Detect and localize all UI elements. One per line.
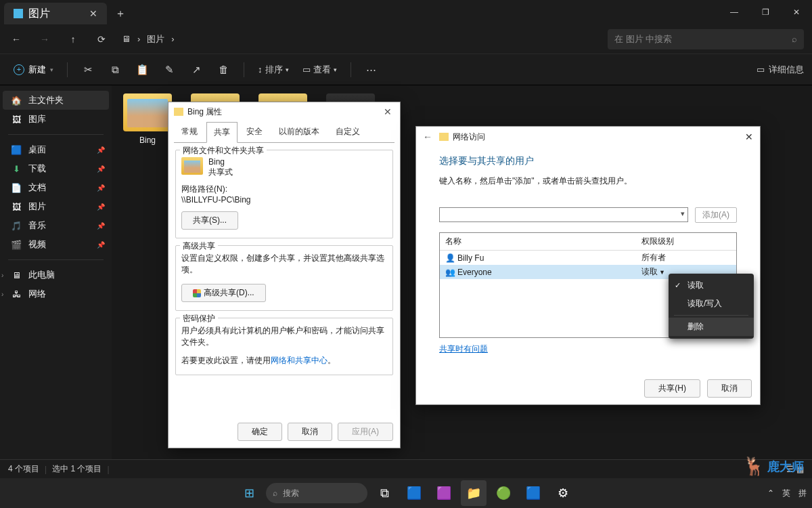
tab-previous[interactable]: 以前的版本 [271, 121, 327, 142]
share-button[interactable]: 共享(S)... [181, 211, 238, 230]
add-button[interactable]: 添加(A) [695, 207, 737, 223]
user-combobox[interactable] [439, 207, 688, 222]
menu-item-remove[interactable]: 删除 [669, 318, 754, 336]
pw-text2: 若要更改此设置，请使用网络和共享中心。 [181, 355, 387, 366]
tray-chevron-icon[interactable]: ⌃ [767, 488, 774, 498]
sidebar-item-videos[interactable]: 🎬视频📌 [0, 235, 112, 254]
pin-icon: 📌 [97, 165, 105, 173]
new-button[interactable]: + 新建 ▾ [8, 61, 59, 79]
group-title: 密码保护 [180, 313, 218, 324]
breadcrumb[interactable]: 🖥 › 图片 › [122, 33, 175, 45]
share-confirm-button[interactable]: 共享(H) [644, 379, 700, 398]
tab-sharing[interactable]: 共享 [206, 122, 238, 143]
folder-icon [439, 133, 449, 141]
tab-pictures[interactable]: 图片 ✕ [4, 3, 107, 24]
dialog-header[interactable]: Bing 属性 ✕ [168, 102, 400, 121]
sidebar-item-music[interactable]: 🎵音乐📌 [0, 216, 112, 235]
pin-icon: 📌 [97, 222, 105, 230]
forward-button[interactable]: → [37, 34, 53, 45]
back-button[interactable]: ← [8, 34, 24, 45]
system-tray[interactable]: ⌃ 英 拼 [767, 488, 807, 499]
taskbar-app[interactable]: 🟪 [431, 480, 457, 506]
tab-customize[interactable]: 自定义 [328, 121, 367, 142]
network-center-link[interactable]: 网络和共享中心 [271, 356, 328, 365]
permission-context-menu: 读取 读取/写入 删除 [669, 274, 754, 339]
maximize-button[interactable]: ❐ [750, 0, 781, 24]
window-close-button[interactable]: ✕ [781, 0, 812, 24]
titlebar: 图片 ✕ ＋ ― ❐ ✕ [0, 0, 812, 24]
path-sep-icon: › [137, 34, 140, 44]
network-access-dialog: ← 网络访问 ✕ 选择要与其共享的用户 键入名称，然后单击"添加"，或者单击箭头… [415, 126, 761, 405]
cancel-button[interactable]: 取消 [288, 423, 332, 441]
ime-mode[interactable]: 拼 [798, 488, 807, 499]
taskbar-explorer[interactable]: 📁 [461, 480, 487, 506]
refresh-button[interactable]: ⟳ [93, 34, 110, 45]
properties-dialog: Bing 属性 ✕ 常规 共享 安全 以前的版本 自定义 网络文件和文件夹共享 … [168, 102, 401, 448]
sidebar-item-downloads[interactable]: ⬇下载📌 [0, 159, 112, 178]
folder-item[interactable]: Bing [120, 93, 175, 145]
taskbar: ⊞ ⌕搜索 ⧉ 🟦 🟪 📁 🟢 🟦 ⚙ ⌃ 英 拼 [0, 478, 812, 508]
menu-item-read[interactable]: 读取 [669, 276, 754, 295]
menu-item-readwrite[interactable]: 读取/写入 [669, 295, 754, 313]
start-button[interactable]: ⊞ [236, 480, 262, 506]
tab-close-icon[interactable]: ✕ [89, 8, 97, 19]
close-button[interactable]: ✕ [745, 131, 753, 142]
column-name[interactable]: 名称 [440, 233, 636, 250]
taskbar-settings[interactable]: ⚙ [550, 480, 576, 506]
heading: 选择要与其共享的用户 [439, 155, 737, 167]
search-input[interactable]: 在 图片 中搜索 ⌕ [608, 29, 804, 49]
logo-icon: 🦌 [743, 456, 765, 477]
sidebar-item-gallery[interactable]: 🖼图库 [0, 110, 112, 129]
gallery-icon: 🖼 [11, 114, 22, 125]
dialog-title: 网络访问 [453, 131, 485, 143]
back-button[interactable]: ← [423, 131, 432, 142]
taskbar-app[interactable]: 🟦 [520, 480, 546, 506]
rename-button[interactable]: ✎ [157, 60, 181, 80]
ok-button[interactable]: 确定 [238, 423, 282, 441]
sidebar-item-desktop[interactable]: 🟦桌面📌 [0, 140, 112, 159]
share-button[interactable]: ↗ [184, 60, 208, 80]
videos-icon: 🎬 [11, 239, 22, 250]
taskbar-app[interactable]: 🟦 [401, 480, 427, 506]
taskbar-search[interactable]: ⌕搜索 [266, 483, 367, 503]
pin-icon: 📌 [97, 203, 105, 211]
search-icon: ⌕ [273, 488, 277, 498]
path-segment[interactable]: 图片 [147, 33, 164, 45]
copy-button[interactable]: ⧉ [103, 60, 127, 80]
column-permission[interactable]: 权限级别 [636, 233, 736, 250]
up-button[interactable]: ↑ [65, 34, 81, 45]
close-button[interactable]: ✕ [381, 106, 394, 117]
paste-button[interactable]: 📋 [130, 60, 154, 80]
help-link[interactable]: 共享时有问题 [439, 343, 488, 355]
sidebar-item-home[interactable]: 🏠主文件夹 [3, 91, 109, 110]
details-button[interactable]: ▭ 详细信息 [757, 64, 804, 76]
dialog-title: Bing 属性 [187, 106, 222, 118]
sort-button[interactable]: ↕ 排序 ▾ [252, 64, 294, 76]
sidebar-item-thispc[interactable]: ›🖥此电脑 [0, 266, 112, 284]
taskbar-edge[interactable]: 🟢 [491, 480, 516, 506]
sidebar-item-pictures[interactable]: 🖼图片📌 [0, 197, 112, 216]
new-tab-button[interactable]: ＋ [107, 3, 134, 24]
sidebar-item-network[interactable]: ›🖧网络 [0, 284, 112, 303]
tab-security[interactable]: 安全 [239, 121, 270, 142]
advanced-share-button[interactable]: 高级共享(D)... [181, 284, 266, 302]
dialog-header[interactable]: ← 网络访问 ✕ [416, 127, 760, 147]
sidebar-item-documents[interactable]: 📄文档📌 [0, 178, 112, 197]
ime-lang[interactable]: 英 [782, 488, 790, 499]
cut-button[interactable]: ✂ [76, 60, 100, 80]
task-view-button[interactable]: ⧉ [371, 480, 397, 506]
adv-desc: 设置自定义权限，创建多个共享，并设置其他高级共享选项。 [181, 253, 387, 276]
subtext: 键入名称，然后单击"添加"，或者单击箭头查找用户。 [439, 175, 737, 187]
pin-icon: 📌 [97, 146, 105, 154]
tab-general[interactable]: 常规 [174, 121, 205, 142]
minimize-button[interactable]: ― [719, 0, 750, 24]
pw-text: 用户必须具有此计算机的用户帐户和密码，才能访问共享文件夹。 [181, 325, 387, 348]
cancel-button[interactable]: 取消 [707, 379, 752, 398]
view-button[interactable]: ▭ 查看 ▾ [297, 64, 342, 76]
delete-button[interactable]: 🗑 [211, 60, 235, 80]
more-button[interactable]: ⋯ [359, 60, 384, 80]
apply-button[interactable]: 应用(A) [338, 423, 393, 441]
user-icon: 👤 [445, 253, 455, 263]
user-row[interactable]: 👤Billy Fu 所有者 [440, 251, 736, 265]
path-sep-icon: › [171, 34, 174, 44]
